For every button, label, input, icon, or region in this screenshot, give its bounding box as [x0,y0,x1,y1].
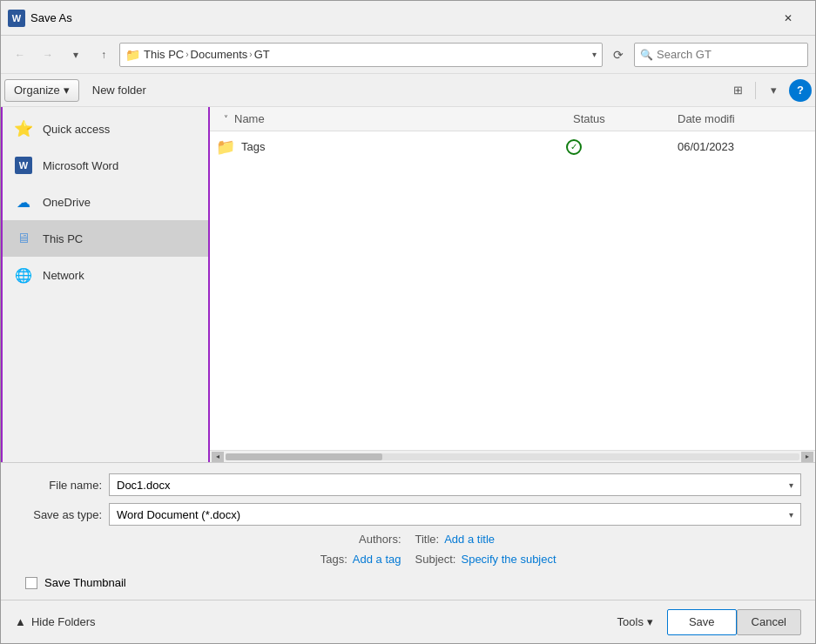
tags-label: Tags: [320,553,347,566]
organize-label: Organize [14,84,60,97]
tools-label: Tools [617,615,644,628]
sidebar-label-this-pc: This PC [43,232,83,245]
dropdown-history-button[interactable]: ▾ [64,43,88,67]
toolbar: Organize ▾ New folder ⊞ ▾ ? [1,74,815,107]
main-content: ⭐ Quick access W Microsoft Word ☁ OneDri… [1,107,815,462]
up-icon: ↑ [101,49,106,61]
status-check-icon: ✓ [566,139,582,155]
file-name-label: File name: [15,479,102,492]
microsoft-word-icon: W [13,155,34,176]
sidebar-item-microsoft-word[interactable]: W Microsoft Word [3,147,208,184]
save-thumbnail-label: Save Thumbnail [44,576,126,589]
file-name-input[interactable]: Doc1.docx ▾ [109,473,801,496]
close-button[interactable]: ✕ [768,5,808,31]
meta-right: Title: Add a title Subject: Specify the … [415,533,802,566]
breadcrumb-part-1: This PC [144,48,184,61]
tools-button[interactable]: Tools ▾ [604,610,667,634]
sidebar-item-network[interactable]: 🌐 Network [3,257,208,293]
col-status-header: Status [573,112,678,125]
organize-button[interactable]: Organize ▾ [4,79,79,102]
network-icon: 🌐 [13,265,34,285]
breadcrumb-sep-1: › [185,50,188,59]
breadcrumb-part-3: GT [254,48,270,61]
footer: ▲ Hide Folders Tools ▾ Save Cancel [1,600,815,643]
dialog-title: Save As [30,11,768,24]
title-value[interactable]: Add a title [444,533,495,546]
hide-folders-label: Hide Folders [31,615,96,628]
help-icon: ? [797,84,804,97]
new-folder-button[interactable]: New folder [83,79,156,102]
cancel-button[interactable]: Cancel [737,609,801,635]
savetype-dropdown-arrow: ▾ [789,510,793,520]
breadcrumb-part-2: Documents [191,48,248,61]
tags-value[interactable]: Add a tag [353,553,401,566]
search-input[interactable] [657,48,803,61]
table-row[interactable]: 📁 Tags ✓ 06/01/2023 [210,131,815,163]
scroll-track[interactable] [226,453,799,460]
up-button[interactable]: ↑ [91,43,116,67]
forward-button[interactable]: → [36,43,60,67]
address-dropdown-arrow[interactable]: ▾ [592,50,597,59]
subject-item: Subject: Specify the subject [415,553,802,566]
search-icon: 🔍 [640,49,653,61]
address-bar[interactable]: 📁 This PC › Documents › GT ▾ [119,43,603,67]
cancel-label: Cancel [752,615,786,628]
window-controls: ✕ [768,5,808,31]
expand-icon: ˅ [217,114,234,124]
sidebar-label-microsoft-word: Microsoft Word [43,159,118,172]
scroll-thumb[interactable] [226,453,382,460]
file-area: ˅ Name Status Date modifi 📁 Tags ✓ 06/01… [210,107,815,462]
horizontal-scrollbar[interactable]: ◂ ▸ [210,450,815,462]
view-dropdown-icon: ▾ [771,84,777,97]
breadcrumb: This PC › Documents › GT [144,48,270,61]
meta-left: Authors: Tags: Add a tag [15,533,415,566]
organize-arrow-icon: ▾ [64,84,70,97]
file-list-header: ˅ Name Status Date modifi [210,107,815,131]
address-folder-icon: 📁 [125,48,140,62]
view-icon: ⊞ [733,84,743,97]
refresh-button[interactable]: ⟳ [606,43,631,67]
save-label: Save [689,615,715,628]
authors-item: Authors: [359,533,401,546]
col-name-header: Name [234,112,573,125]
tools-arrow-icon: ▾ [647,615,653,628]
title-item: Title: Add a title [415,533,802,546]
sidebar-item-this-pc[interactable]: 🖥 This PC [3,220,208,257]
file-row-name: Tags [241,140,559,153]
save-button[interactable]: Save [667,609,737,635]
sidebar: ⭐ Quick access W Microsoft Word ☁ OneDri… [1,107,210,462]
back-button[interactable]: ← [8,43,32,67]
hide-folders-button[interactable]: ▲ Hide Folders [15,615,96,628]
view-dropdown-button[interactable]: ▾ [761,79,786,102]
thumbnail-row: Save Thumbnail [15,576,801,589]
sidebar-item-quick-access[interactable]: ⭐ Quick access [3,111,208,147]
sidebar-item-onedrive[interactable]: ☁ OneDrive [3,184,208,220]
file-folder-icon: 📁 [217,138,234,156]
sidebar-label-quick-access: Quick access [43,123,110,136]
dropdown-icon: ▾ [73,49,78,61]
search-box[interactable]: 🔍 [634,43,808,67]
tags-item: Tags: Add a tag [320,553,401,566]
meta-row: Authors: Tags: Add a tag Title: Add a ti… [15,533,801,566]
file-name-row: File name: Doc1.docx ▾ [15,473,801,496]
subject-label: Subject: [415,553,456,566]
forward-icon: → [43,49,53,61]
app-icon: W [8,10,25,27]
hide-folders-icon: ▲ [15,615,26,628]
file-row-status: ✓ [566,139,671,155]
save-as-type-value: Word Document (*.docx) [117,508,240,521]
save-thumbnail-checkbox[interactable] [25,577,37,589]
save-as-type-select[interactable]: Word Document (*.docx) ▾ [109,503,801,526]
sidebar-label-onedrive: OneDrive [43,196,91,209]
view-button[interactable]: ⊞ [725,79,750,102]
save-type-row: Save as type: Word Document (*.docx) ▾ [15,503,801,526]
scroll-right-button[interactable]: ▸ [801,452,813,462]
subject-value[interactable]: Specify the subject [461,553,556,566]
filename-dropdown-arrow: ▾ [789,480,793,490]
scroll-left-button[interactable]: ◂ [212,452,224,462]
view-divider [755,82,756,99]
help-button[interactable]: ? [789,79,812,102]
breadcrumb-sep-2: › [249,50,252,59]
save-form: File name: Doc1.docx ▾ Save as type: Wor… [1,462,815,600]
file-list: 📁 Tags ✓ 06/01/2023 [210,131,815,450]
